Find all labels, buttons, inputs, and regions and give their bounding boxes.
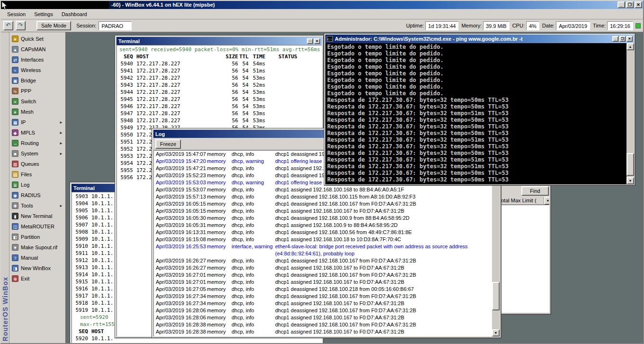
cmd-minimize-button[interactable]: _ [612,36,618,42]
redo-icon[interactable]: ↷ [16,21,26,30]
menu-session[interactable]: Session [3,9,30,19]
sidebar-item-make-supout[interactable]: ▼ Make Supout.rif [9,242,65,253]
log-row[interactable]: Apr/03/2019 16:27:05 memory dhcp, info d… [154,286,492,293]
log-row[interactable]: Apr/03/2019 16:27:34 memory dhcp, info d… [154,300,492,307]
log-buffer: memory [207,307,232,314]
log-row[interactable]: Apr/03/2019 15:53:07 memory dhcp, info d… [154,186,492,193]
column-dropdown-icon[interactable]: ▼ [544,197,549,205]
log-row[interactable]: Apr/03/2019 16:28:38 memory dhcp, info d… [154,321,492,328]
session-field[interactable]: PADRAO [98,21,132,30]
log-row[interactable]: Apr/03/2019 16:05:15 memory dhcp, info d… [154,200,492,208]
log-row[interactable]: Apr/03/2019 16:15:08 memory dhcp, info d… [154,236,492,243]
sidebar-item-interfaces[interactable]: ⇄ Interfaces [9,54,65,65]
sidebar-item-capsman[interactable]: ▲ CAPsMAN [9,44,65,54]
sidebar-item-switch[interactable]: ≡ Switch [9,96,65,107]
total-max-limit-column-header[interactable]: otal Max Limit ( [500,197,544,205]
log-row[interactable]: Apr/03/2019 16:05:15 memory dhcp, info d… [154,208,492,215]
cmd-maximize-button[interactable]: ❐ [619,36,626,42]
sidebar-item-new-winbox[interactable]: ◨ New WinBox [9,263,65,273]
log-row[interactable]: Apr/03/2019 16:25:53 memory interface, w… [154,243,492,257]
log-topics: dhcp, info [232,321,275,328]
terminal1-maximize-icon[interactable]: □ [307,38,313,44]
mpls-icon: ◆ [12,129,18,136]
safe-mode-button[interactable]: Safe Mode [36,21,71,30]
sidebar-item-queues[interactable]: ▥ Queues [9,159,65,169]
sidebar-item-metarouter[interactable]: ◫ MetaROUTER [9,221,65,232]
log-row[interactable]: Apr/03/2019 16:28:38 memory dhcp, info d… [154,328,492,335]
scroll-down-icon[interactable]: ▼ [492,329,500,336]
stat-label: Memory: [461,23,482,28]
sidebar-item-new-terminal[interactable]: ▮ New Terminal [9,211,65,221]
sidebar-item-ppp[interactable]: ∿ PPP [9,86,65,96]
sidebar-item-log[interactable]: ≣ Log [9,180,65,190]
stat-label: Time: [593,23,606,28]
cmd-line: Esgotado o tempo limite do pedido. [327,50,625,57]
cmd-console-output[interactable]: Esgotado o tempo limite do pedido. Esgot… [325,43,626,184]
sidebar-item-routing[interactable]: → Routing ► [9,138,65,148]
log-message: dhcp1 deassigned 192.168.100.9 from 88:B… [275,215,492,222]
sidebar-item-system[interactable]: ■ System ► [9,148,65,159]
sidebar-item-bridge[interactable]: ▣ Bridge [9,75,65,86]
main-titlebar[interactable]: -60) - WinBox v6.44.1 on hEX lite (mipsb… [1,1,643,9]
log-row[interactable]: Apr/03/2019 16:26:27 memory dhcp, info d… [154,264,492,272]
log-buffer: memory [207,264,232,272]
find-button[interactable]: Find [521,186,549,196]
log-row[interactable]: Apr/03/2019 16:13:31 memory dhcp, info d… [154,229,492,236]
terminal2-row: 5921 10.1.1. [72,342,322,343]
terminal1-titlebar[interactable]: Terminal □ ✕ [116,37,322,45]
terminal1-close-icon[interactable]: ✕ [314,38,320,44]
uptime-value: 1d 19:31:44 [425,21,458,30]
log-row[interactable]: Apr/03/2019 16:05:30 memory dhcp, info d… [154,215,492,222]
log-buffer: memory [207,272,232,279]
log-row[interactable]: Apr/03/2019 16:28:06 memory dhcp, info d… [154,314,492,321]
log-row[interactable]: Apr/03/2019 15:57:13 memory dhcp, info d… [154,193,492,200]
close-button[interactable]: ✕ [635,1,642,8]
cmd-close-button[interactable]: ✕ [626,36,633,42]
cmd-scrollbar-thumb[interactable] [626,153,634,176]
menu-settings[interactable]: Settings [30,9,57,19]
capsman-icon: ▲ [12,46,18,53]
log-buffer: memory [207,293,232,300]
menubar: Session Settings Dashboard [1,9,643,19]
freeze-button[interactable]: Freeze [155,139,181,149]
sidebar-item-partition[interactable]: ◧ Partition [9,232,65,242]
log-row[interactable]: Apr/03/2019 16:28:06 memory dhcp, info d… [154,307,492,314]
sidebar-item-quick-set[interactable]: ★ Quick Set [9,34,65,44]
log-row[interactable]: Apr/03/2019 16:27:01 memory dhcp, info d… [154,272,492,279]
log-scrollbar-thumb[interactable] [492,282,500,310]
sidebar-item-files[interactable]: ▤ Files [9,169,65,180]
minimize-button[interactable]: _ [617,1,625,8]
main-title: -60) - WinBox v6.44.1 on hEX lite (mipsb… [111,2,215,8]
cmd-line: Resposta de 172.217.30.67: bytes=32 temp… [327,143,625,150]
log-row[interactable]: Apr/03/2019 16:05:31 memory dhcp, info d… [154,222,492,229]
log-row[interactable]: Apr/03/2019 16:26:27 memory dhcp, info d… [154,257,492,264]
sidebar-item-tools[interactable]: ✚ Tools ► [9,200,65,211]
log-message: dhcp1 assigned 192.168.100.167 to F0:D7:… [275,314,492,321]
cmd-line: Esgotado o tempo limite do pedido. [327,63,625,70]
sidebar-item-label: Exit [21,276,29,281]
undo-icon[interactable]: ↶ [3,21,13,30]
sidebar-item-label: Tools [21,203,33,208]
log-time: Apr/03/2019 15:53:03 [154,179,207,186]
sidebar-item-label: System [21,151,38,156]
sidebar-item-manual[interactable]: ? Manual [9,253,65,263]
cmd-titlebar[interactable]: C:\ Administrador: C:\Windows\System32\c… [325,35,634,43]
log-message: ether4-slave-local: bridge port received… [275,243,492,257]
cmd-scrollbar[interactable]: ▲ ▼ [626,43,634,184]
cmd-line: Esgotado o tempo limite do pedido. [327,77,625,83]
log-message: dhcp1 deassigned 192.168.100.167 from F0… [275,321,492,328]
sidebar-item-ip[interactable]: ▦ IP ► [9,117,65,127]
log-topics: dhcp, info [232,300,275,307]
sidebar-item-wireless[interactable]: ≈ Wireless [9,65,65,75]
maximize-button[interactable]: ❐ [626,1,634,8]
cmd-scroll-up-icon[interactable]: ▲ [626,43,634,50]
sidebar-item-exit[interactable]: ⊗ Exit [9,273,65,284]
cmd-scroll-down-icon[interactable]: ▼ [626,177,634,184]
sidebar-item-mpls[interactable]: ◆ MPLS ► [9,127,65,138]
log-row[interactable]: Apr/03/2019 16:27:34 memory dhcp, info d… [154,293,492,300]
log-message: dhcp1 assigned 192.168.100.167 to F0:D7:… [275,264,492,272]
sidebar-item-mesh[interactable]: ∗ Mesh [9,107,65,117]
sidebar-item-radius[interactable]: ◉ RADIUS [9,190,65,200]
menu-dashboard[interactable]: Dashboard [57,9,91,19]
log-row[interactable]: Apr/03/2019 16:27:01 memory dhcp, info d… [154,279,492,286]
